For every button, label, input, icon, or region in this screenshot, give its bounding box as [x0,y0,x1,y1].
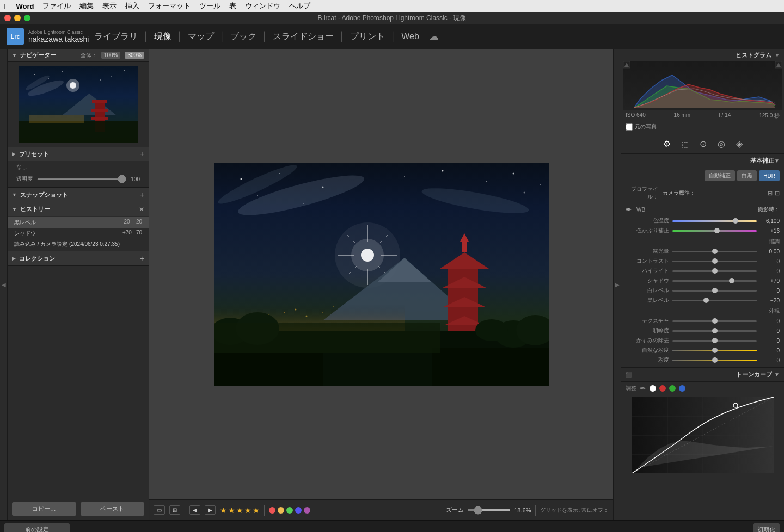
nav-print[interactable]: プリント [345,31,390,42]
navigator-controls: 全体： 100% 300% [81,52,144,59]
star-1[interactable]: ★ [220,506,227,515]
window-menu[interactable]: ウィンドウ [245,1,280,11]
presence-section-title: 外観 [621,305,784,316]
star-5[interactable]: ★ [253,506,260,515]
copy-button[interactable]: コピー… [12,502,76,516]
temperature-thumb[interactable] [733,218,738,224]
auto-adjust-button[interactable]: 自動補正 [705,170,735,181]
star-4[interactable]: ★ [244,506,252,515]
curve-red-dot[interactable] [659,385,666,392]
history-header[interactable]: ▼ ヒストリー ✕ [8,202,149,216]
flag-yellow[interactable] [278,507,284,514]
close-button[interactable] [4,15,11,21]
minimize-button[interactable] [14,15,21,21]
format-menu[interactable]: フォーマット [148,1,191,11]
profile-row: プロファイル： カメラ標準： ⊞ ⊡ [621,183,784,203]
tools-menu[interactable]: ツール [199,1,220,11]
shadows-thumb[interactable] [729,278,734,283]
zoom-slider[interactable] [467,509,511,511]
next-photo[interactable]: ▶ [205,505,216,515]
collection-panel: ▶ コレクション + [8,251,149,266]
dehaze-thumb[interactable] [712,338,718,343]
preset-add-button[interactable]: + [140,150,144,158]
original-photo-checkbox[interactable] [626,123,633,131]
profile-grid-view[interactable]: ⊞ [768,190,773,197]
prev-settings-button[interactable]: 前の設定 [4,523,70,532]
nav-develop[interactable]: 現像 [149,31,177,42]
flag-green[interactable] [286,507,293,514]
saturation-thumb[interactable] [712,357,718,363]
help-menu[interactable]: ヘルプ [289,1,310,11]
edit-menu[interactable]: 編集 [79,1,94,11]
prev-photo[interactable]: ◀ [189,505,200,515]
history-item-name: シャドウ [14,230,36,237]
eyedropper-icon[interactable]: ✒ [626,205,632,214]
flag-blue[interactable] [295,507,302,514]
clarity-thumb[interactable] [712,328,718,333]
zoom-300-button[interactable]: 300% [125,52,144,59]
hdr-button[interactable]: HDR [759,170,780,181]
tone-curve-header[interactable]: ⬛ トーンカーブ ▼ [621,368,784,382]
view-menu[interactable]: 表示 [102,1,117,11]
highlights-thumb[interactable] [712,268,718,274]
nav-slideshow[interactable]: スライドショー [267,31,339,42]
view-mode-single[interactable]: ▭ [154,505,165,515]
healing-tool-icon[interactable]: ⊙ [700,139,707,149]
left-panel-toggle[interactable]: ◀ [0,49,8,520]
curve-pen-icon[interactable]: ✒ [640,384,646,393]
basic-tool-icon[interactable]: ⚙ [663,139,671,149]
view-mode-grid[interactable]: ⊞ [169,505,180,515]
basic-panel-header[interactable]: 基本補正 ▼ [621,154,784,168]
flag-purple[interactable] [304,507,310,514]
nav-map[interactable]: マップ [182,31,219,42]
history-label: ヒストリー [20,205,136,213]
snapshot-add-button[interactable]: + [140,190,144,199]
vibrance-thumb[interactable] [712,348,718,353]
tint-thumb[interactable] [714,228,720,233]
star-2[interactable]: ★ [228,506,235,515]
profile-expand[interactable]: ⊡ [775,190,780,197]
exposure-thumb[interactable] [712,249,718,254]
svg-point-2 [66,79,79,92]
collection-add-button[interactable]: + [140,254,144,263]
curve-blue-dot[interactable] [679,385,685,392]
whites-thumb[interactable] [712,288,718,293]
insert-menu[interactable]: 挿入 [125,1,139,11]
nav-library[interactable]: ライブラリ [89,31,143,42]
navigator-header[interactable]: ▼ ナビゲーター 全体： 100% 300% [8,49,149,62]
preset-header[interactable]: ▶ プリセット + [8,147,149,161]
opacity-slider[interactable] [37,178,126,180]
crop-tool-icon[interactable]: ⬚ [682,140,689,149]
paste-button[interactable]: ペースト [81,502,145,516]
history-close-button[interactable]: ✕ [139,206,144,213]
nav-book[interactable]: ブック [225,31,262,42]
clip-shadow-icon[interactable]: ⬛ [626,372,632,378]
right-panel-toggle[interactable]: ▶ [613,49,621,520]
masking-tool-icon[interactable]: ◈ [736,139,743,149]
lr-app-name: Adobe Lightroom Classic [28,29,89,35]
bw-button[interactable]: 白黒 [737,170,757,181]
snapshot-panel: ▼ スナップショット + [8,188,149,202]
zoom-100-button[interactable]: 100% [101,52,121,59]
file-menu[interactable]: ファイル [42,1,71,11]
collection-header[interactable]: ▶ コレクション + [8,251,149,265]
histogram-expand[interactable]: ▼ [775,53,780,58]
nav-web[interactable]: Web [396,32,425,41]
app-name-menu[interactable]: Word [16,2,34,10]
history-item[interactable]: 黒レベル -20 -20 [8,217,149,228]
history-item[interactable]: 読み込み / カメラ設定 (2024/06/23 0:27:35) [8,239,149,250]
table-menu[interactable]: 表 [229,1,236,11]
flag-red[interactable] [269,507,275,514]
snapshot-header[interactable]: ▼ スナップショット + [8,188,149,202]
texture-thumb[interactable] [712,318,718,324]
contrast-thumb[interactable] [712,258,718,264]
maximize-button[interactable] [24,15,30,21]
reset-button[interactable]: 初期化 [753,523,780,532]
history-item[interactable]: シャドウ +70 70 [8,228,149,239]
redeye-tool-icon[interactable]: ◎ [718,139,725,149]
star-3[interactable]: ★ [236,506,243,515]
apple-menu[interactable]:  [4,2,7,11]
blacks-thumb[interactable] [703,298,709,303]
curve-green-dot[interactable] [669,385,676,392]
curve-white-dot[interactable] [650,385,656,392]
